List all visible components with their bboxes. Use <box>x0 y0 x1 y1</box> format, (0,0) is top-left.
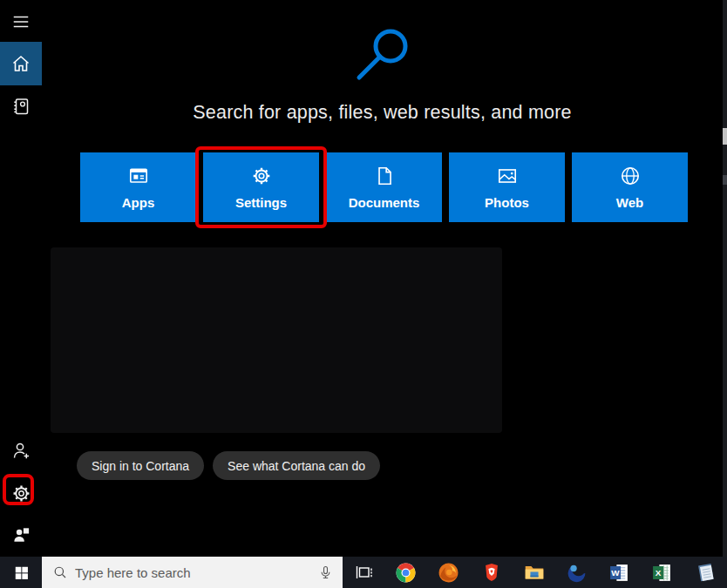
category-label: Documents <box>349 195 420 210</box>
file-explorer-icon[interactable] <box>513 557 555 588</box>
svg-text:X: X <box>656 568 662 578</box>
taskbar: W X <box>0 557 727 588</box>
category-label: Apps <box>122 195 155 210</box>
microphone-icon[interactable] <box>317 564 334 581</box>
category-label: Settings <box>235 195 287 210</box>
firefox-icon[interactable] <box>427 557 470 588</box>
blue-app-icon[interactable] <box>555 557 598 588</box>
sidebar <box>0 0 42 557</box>
scrollbar-thumb[interactable] <box>723 128 727 145</box>
category-button-photos[interactable]: Photos <box>449 152 565 222</box>
see-what-cortana-can-do-button[interactable]: See what Cortana can do <box>213 451 380 480</box>
results-panel <box>51 247 502 433</box>
svg-text:W: W <box>611 568 620 578</box>
category-buttons-row: Apps Settings <box>80 152 688 222</box>
globe-icon <box>619 165 642 187</box>
apps-window-icon <box>127 165 150 187</box>
notebook-icon <box>10 96 31 117</box>
document-icon <box>373 165 396 187</box>
cortana-search-window: Search for apps, files, web results, and… <box>0 0 727 588</box>
category-label: Photos <box>485 195 529 210</box>
sign-in-to-cortana-button[interactable]: Sign in to Cortana <box>77 451 204 480</box>
feedback-person-icon <box>11 524 31 544</box>
sidebar-item-home[interactable] <box>0 42 42 85</box>
gear-icon <box>10 483 32 504</box>
windows-logo-icon <box>14 565 29 580</box>
taskbar-search-input[interactable] <box>75 565 310 580</box>
sidebar-item-notebook[interactable] <box>0 89 42 124</box>
search-home-panel: Search for apps, files, web results, and… <box>42 0 723 557</box>
hamburger-menu-icon <box>11 12 31 31</box>
word-icon[interactable]: W <box>598 557 641 588</box>
category-button-settings[interactable]: Settings <box>203 152 319 222</box>
search-heading: Search for apps, files, web results, and… <box>42 102 723 124</box>
magnifier-icon <box>52 564 68 580</box>
photo-icon <box>496 165 519 187</box>
person-add-icon <box>10 440 31 461</box>
cortana-actions-row: Sign in to Cortana See what Cortana can … <box>77 451 380 480</box>
sidebar-item-sign-in[interactable] <box>0 431 42 470</box>
taskbar-search-box[interactable] <box>42 557 343 588</box>
brave-icon[interactable] <box>470 557 513 588</box>
home-icon <box>10 53 31 74</box>
category-button-documents[interactable]: Documents <box>326 152 442 222</box>
category-button-apps[interactable]: Apps <box>80 152 196 222</box>
scrollbar-segment <box>723 175 727 185</box>
sidebar-item-settings[interactable] <box>0 475 42 511</box>
sidebar-item-feedback[interactable] <box>0 516 42 552</box>
hamburger-menu-button[interactable] <box>0 3 42 41</box>
task-view-button[interactable] <box>343 557 384 588</box>
chrome-icon[interactable] <box>384 557 427 588</box>
category-button-web[interactable]: Web <box>572 152 688 222</box>
start-button[interactable] <box>0 557 42 588</box>
notepad-icon[interactable] <box>683 557 726 588</box>
task-view-icon <box>353 562 374 583</box>
gear-icon <box>250 165 273 187</box>
magnifier-icon <box>352 24 415 87</box>
scrollbar-track[interactable] <box>723 0 727 557</box>
category-label: Web <box>616 195 643 210</box>
excel-icon[interactable]: X <box>641 557 683 588</box>
